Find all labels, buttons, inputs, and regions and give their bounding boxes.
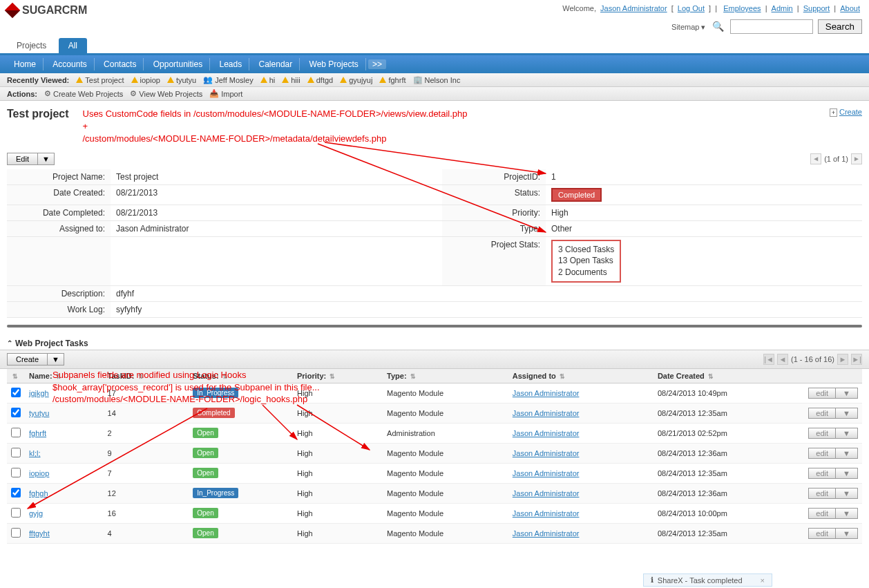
action-import[interactable]: 📥Import xyxy=(209,89,242,98)
assigned-link[interactable]: Jason Administrator xyxy=(513,389,580,397)
row-checkbox[interactable] xyxy=(11,528,21,538)
top-link-employees[interactable]: Employees xyxy=(723,4,761,12)
pager-prev[interactable]: ◄ xyxy=(810,153,821,164)
nav-more[interactable]: >> xyxy=(368,59,386,69)
val-project-name: Test project xyxy=(111,169,442,185)
pager-next[interactable]: ► xyxy=(837,354,848,365)
row-edit-dropdown[interactable]: ▼ xyxy=(836,428,858,439)
task-name-link[interactable]: iopiop xyxy=(29,469,49,477)
status-pill: Open xyxy=(193,468,218,478)
pager-prev[interactable]: ◄ xyxy=(777,354,788,365)
nav-home[interactable]: Home xyxy=(7,58,44,70)
edit-button[interactable]: Edit xyxy=(7,153,38,165)
col-type[interactable]: Type: ⇅ xyxy=(383,369,508,383)
pager-last[interactable]: ►| xyxy=(851,354,862,365)
create-link[interactable]: +Create xyxy=(830,108,862,116)
logout-link[interactable]: Log Out xyxy=(678,4,705,12)
top-link-about[interactable]: About xyxy=(840,4,860,12)
nav-opportunities[interactable]: Opportunities xyxy=(146,58,210,70)
assigned-link[interactable]: Jason Administrator xyxy=(513,489,580,497)
recent-item[interactable]: 🏢Nelson Inc xyxy=(413,75,461,84)
recent-item[interactable]: 👥Jeff Mosley xyxy=(203,75,253,84)
create-task-dropdown[interactable]: ▼ xyxy=(48,353,64,366)
recent-item[interactable]: tyutyu xyxy=(167,76,196,84)
val-type: Other xyxy=(546,220,862,236)
subpanel-header[interactable]: ⌃ Web Project Tasks xyxy=(0,334,869,350)
task-name-link[interactable]: fghrft xyxy=(29,429,46,437)
row-edit-dropdown[interactable]: ▼ xyxy=(836,468,858,479)
search-input[interactable] xyxy=(730,19,813,34)
row-checkbox[interactable] xyxy=(11,388,21,397)
task-name-link[interactable]: kl;l; xyxy=(29,449,41,457)
pager-next[interactable]: ► xyxy=(851,153,862,164)
row-edit-button[interactable]: edit xyxy=(808,468,836,479)
recent-item[interactable]: gyujyuj xyxy=(340,76,372,84)
task-name-link[interactable]: gyjg xyxy=(29,509,43,518)
col-created[interactable]: Date Created ⇅ xyxy=(653,369,804,383)
row-edit-button[interactable]: edit xyxy=(808,528,836,539)
row-checkbox[interactable] xyxy=(11,448,21,457)
recent-item[interactable]: dftgd xyxy=(307,76,333,84)
top-link-support[interactable]: Support xyxy=(803,4,830,12)
search-button[interactable]: Search xyxy=(818,19,862,34)
row-checkbox[interactable] xyxy=(11,468,21,477)
nav-web-projects[interactable]: Web Projects xyxy=(303,58,366,70)
search-icon: 🔍 xyxy=(712,21,724,32)
row-edit-button[interactable]: edit xyxy=(808,408,836,419)
row-edit-dropdown[interactable]: ▼ xyxy=(836,408,858,419)
assigned-link[interactable]: Jason Administrator xyxy=(513,409,580,417)
row-edit-button[interactable]: edit xyxy=(808,388,836,399)
status-pill: Open xyxy=(193,508,218,518)
val-project-id: 1 xyxy=(546,169,862,185)
row-checkbox[interactable] xyxy=(11,408,21,417)
nav-accounts[interactable]: Accounts xyxy=(46,58,94,70)
assigned-link[interactable]: Jason Administrator xyxy=(513,449,580,457)
recent-item[interactable]: iopiop xyxy=(131,76,160,84)
task-name-link[interactable]: fghgh xyxy=(29,489,48,497)
sub-pager: |◄ ◄ (1 - 16 of 16) ► ►| xyxy=(763,354,862,365)
recent-item[interactable]: Test project xyxy=(76,76,124,84)
row-checkbox[interactable] xyxy=(11,508,21,518)
cube-icon xyxy=(5,3,21,19)
row-edit-button[interactable]: edit xyxy=(808,488,836,499)
status-pill: In_Progress xyxy=(193,488,238,498)
row-edit-dropdown[interactable]: ▼ xyxy=(836,508,858,519)
col-assigned[interactable]: Assigned to ⇅ xyxy=(508,369,653,383)
action-create[interactable]: ⚙Create Web Projects xyxy=(44,89,123,98)
row-edit-dropdown[interactable]: ▼ xyxy=(836,448,858,459)
recent-item[interactable]: hiii xyxy=(282,76,300,84)
row-edit-button[interactable]: edit xyxy=(808,448,836,459)
task-name-link[interactable]: jgjkgh xyxy=(29,389,49,397)
row-checkbox[interactable] xyxy=(11,428,21,437)
sitemap-link[interactable]: Sitemap ▾ xyxy=(671,23,705,31)
tab-projects[interactable]: Projects xyxy=(7,38,56,53)
top-link-admin[interactable]: Admin xyxy=(772,4,793,12)
row-edit-dropdown[interactable]: ▼ xyxy=(836,388,858,399)
pager-first[interactable]: |◄ xyxy=(763,354,774,365)
action-view[interactable]: ⚙View Web Projects xyxy=(130,89,202,98)
row-checkbox[interactable] xyxy=(11,488,21,497)
sort-icon[interactable]: ⇅ xyxy=(12,373,18,380)
page-title: Test project xyxy=(7,108,69,120)
edit-dropdown[interactable]: ▼ xyxy=(38,153,55,165)
task-name-link[interactable]: tyutyu xyxy=(29,409,49,417)
nav-leads[interactable]: Leads xyxy=(212,58,249,70)
row-edit-button[interactable]: edit xyxy=(808,428,836,439)
assigned-link[interactable]: Jason Administrator xyxy=(513,429,580,437)
row-edit-dropdown[interactable]: ▼ xyxy=(836,528,858,539)
user-name-link[interactable]: Jason Administrator xyxy=(600,4,667,12)
recent-item[interactable]: fghrft xyxy=(379,76,405,84)
task-date: 08/24/2013 10:00pm xyxy=(653,503,804,523)
assigned-link[interactable]: Jason Administrator xyxy=(513,509,580,518)
task-name-link[interactable]: fftgyht xyxy=(29,529,50,538)
task-priority: High xyxy=(293,503,383,523)
nav-contacts[interactable]: Contacts xyxy=(97,58,144,70)
row-edit-button[interactable]: edit xyxy=(808,508,836,519)
nav-calendar[interactable]: Calendar xyxy=(252,58,300,70)
recent-item[interactable]: hi xyxy=(260,76,276,84)
row-edit-dropdown[interactable]: ▼ xyxy=(836,488,858,499)
create-task-button[interactable]: Create xyxy=(7,353,48,366)
tab-all[interactable]: All xyxy=(59,38,87,53)
assigned-link[interactable]: Jason Administrator xyxy=(513,529,580,538)
assigned-link[interactable]: Jason Administrator xyxy=(513,469,580,477)
